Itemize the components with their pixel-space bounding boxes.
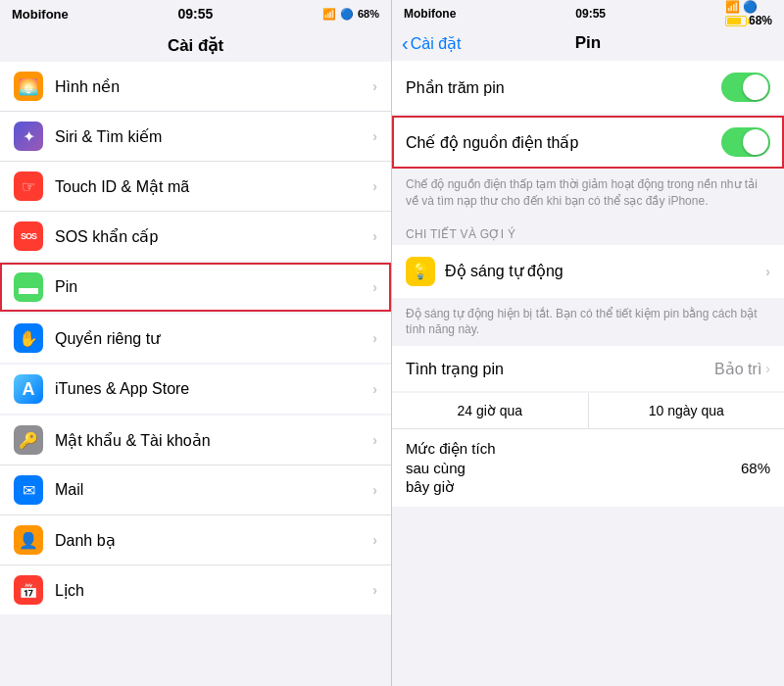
right-content: Phần trăm pin Chế độ nguồn điện thấp Chế… [392,61,784,686]
wifi-icon: 🔵 [340,8,354,21]
do-sang-label: Độ sáng tự động [445,262,765,280]
siri-icon: ✦ [14,122,43,151]
right-status-bar: Mobifone 09:55 📶 🔵 68% [392,0,784,27]
battery-icon [725,14,747,27]
tinh-trang-chevron: › [765,361,770,376]
sos-chevron: › [372,228,377,244]
settings-group-1: 🌅 Hình nền › ✦ Siri & Tìm kiếm › ☞ Touch… [0,62,391,261]
hinh-nen-icon: 🌅 [14,72,43,101]
do-sang-section: 💡 Độ sáng tự động › [392,245,784,298]
right-wifi-icon: 🔵 [743,0,758,14]
right-indicators: 📶 🔵 68% [725,0,772,27]
do-sang-item[interactable]: 💡 Độ sáng tự động › [392,245,784,298]
tinh-trang-item[interactable]: Tình trạng pin Bảo trì › [392,346,784,391]
left-page-title: Cài đặt [0,27,391,62]
do-sang-icon: 💡 [406,257,435,286]
settings-item-sos[interactable]: SOS SOS khẩn cấp › [0,212,391,261]
mat-khau-icon: 🔑 [14,425,43,455]
back-button[interactable]: ‹ Cài đặt [402,33,461,53]
back-label: Cài đặt [411,34,462,53]
settings-item-hinh-nen[interactable]: 🌅 Hình nền › [0,62,391,112]
right-time: 09:55 [575,7,606,21]
itunes-chevron: › [372,381,377,397]
mat-khau-label: Mật khẩu & Tài khoản [55,431,372,450]
settings-item-mail[interactable]: ✉ Mail › [0,466,391,515]
mat-khau-chevron: › [372,432,377,448]
settings-list: 🌅 Hình nền › ✦ Siri & Tìm kiếm › ☞ Touch… [0,62,391,686]
left-panel: Mobifone 09:55 📶 🔵 68% Cài đặt 🌅 Hình nề… [0,0,392,686]
lich-label: Lịch [55,581,372,600]
mail-chevron: › [372,482,377,498]
siri-label: Siri & Tìm kiếm [55,127,372,146]
che-do-nguon-toggle-knob [743,129,768,155]
do-sang-chevron: › [765,264,770,279]
right-signal-icon: 📶 [725,0,740,14]
tinh-trang-value: Bảo trì [714,360,761,378]
settings-group-3: ✋ Quyền riêng tư › [0,314,391,363]
phan-tram-pin-label: Phần trăm pin [406,78,721,97]
quyen-chevron: › [372,330,377,346]
itunes-label: iTunes & App Store [55,380,372,398]
settings-group-5: 🔑 Mật khẩu & Tài khoản › ✉ Mail › 👤 Danh… [0,416,391,614]
quyen-label: Quyền riêng tư [55,329,372,348]
settings-item-siri[interactable]: ✦ Siri & Tìm kiếm › [0,112,391,162]
settings-item-lich[interactable]: 📅 Lịch › [0,565,391,614]
danh-ba-icon: 👤 [14,525,43,555]
touch-id-icon: ☞ [14,172,43,201]
itunes-icon: A [14,374,43,404]
settings-item-pin[interactable]: ▬ Pin › [0,263,391,312]
chi-tiet-section-header: CHI TIẾT VÀ GỢI Ý [392,218,784,245]
phan-tram-pin-section: Phần trăm pin [392,61,784,114]
tab-24h[interactable]: 24 giờ qua [392,393,589,428]
che-do-nguon-item: Chế độ nguồn điện thấp [392,116,784,169]
che-do-nguon-section: Chế độ nguồn điện thấp [392,116,784,169]
left-carrier: Mobifone [12,7,69,22]
battery-level-value: 68% [741,460,770,476]
siri-chevron: › [372,128,377,144]
mail-label: Mail [55,481,372,499]
battery-level-label: Mức điện tích sau cùng bây giờ [406,439,496,497]
settings-item-danh-ba[interactable]: 👤 Danh bạ › [0,515,391,565]
left-indicators: 📶 🔵 68% [322,8,379,21]
che-do-nguon-label: Chế độ nguồn điện thấp [406,133,721,152]
right-header: ‹ Cài đặt Pin [392,27,784,61]
pin-chevron: › [372,279,377,295]
tinh-trang-section: Tình trạng pin Bảo trì › [392,346,784,391]
right-panel: Mobifone 09:55 📶 🔵 68% ‹ Cài đặt Pin Phầ… [392,0,784,686]
phan-tram-pin-item: Phần trăm pin [392,61,784,114]
mail-icon: ✉ [14,475,43,505]
tab-section: 24 giờ qua 10 ngày qua Mức điện tích sau… [392,393,784,507]
battery-level-line3: bây giờ [406,478,454,495]
hinh-nen-chevron: › [372,78,377,94]
phan-tram-pin-toggle-knob [743,74,768,100]
danh-ba-chevron: › [372,532,377,548]
settings-item-itunes[interactable]: A iTunes & App Store › [0,365,391,414]
sos-icon: SOS [14,221,43,251]
lich-icon: 📅 [14,575,43,605]
settings-group-2: ▬ Pin › [0,263,391,312]
pin-icon: ▬ [14,272,43,302]
battery-text: 68% [358,8,379,20]
back-chevron-icon: ‹ [402,33,409,53]
signal-icon: 📶 [322,8,336,21]
right-battery-text: 68% [725,14,772,27]
settings-item-quyen[interactable]: ✋ Quyền riêng tư › [0,314,391,363]
che-do-nguon-description: Chế độ nguồn điện thấp tạm thời giảm hoạ… [392,171,784,218]
che-do-nguon-toggle[interactable] [721,127,770,157]
tab-10days[interactable]: 10 ngày qua [589,393,785,428]
right-battery-pct: 68% [749,14,772,27]
left-status-bar: Mobifone 09:55 📶 🔵 68% [0,0,391,27]
settings-group-4: A iTunes & App Store › [0,365,391,414]
phan-tram-pin-toggle[interactable] [721,73,770,102]
settings-item-mat-khau[interactable]: 🔑 Mật khẩu & Tài khoản › [0,416,391,466]
battery-level-line2: sau cùng [406,460,466,476]
settings-item-touch-id[interactable]: ☞ Touch ID & Mật mã › [0,162,391,212]
right-page-title: Pin [575,33,601,53]
right-carrier: Mobifone [404,7,456,21]
battery-level-line1: Mức điện tích [406,440,496,457]
battery-level-row: Mức điện tích sau cùng bây giờ 68% [392,429,784,507]
touch-id-chevron: › [372,178,377,194]
sos-label: SOS khẩn cấp [55,227,372,246]
tinh-trang-label: Tình trạng pin [406,360,714,378]
touch-id-label: Touch ID & Mật mã [55,177,372,196]
